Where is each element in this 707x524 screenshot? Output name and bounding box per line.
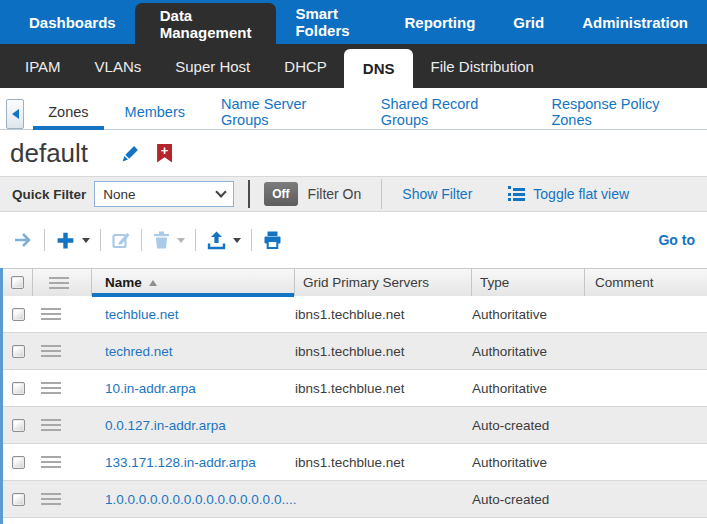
delete-dropdown-caret[interactable] — [177, 238, 185, 243]
zone-link[interactable]: 0.0.127.in-addr.arpa — [105, 418, 226, 433]
plus-icon — [55, 230, 76, 251]
nav-smart-folders[interactable]: Smart Folders — [276, 0, 385, 44]
table-header: Name Grid Primary Servers Type Comment — [3, 268, 707, 296]
row-checkbox[interactable] — [12, 493, 25, 506]
add-bookmark-icon[interactable] — [157, 144, 172, 163]
row-checkbox[interactable] — [12, 456, 25, 469]
hamburger-icon[interactable] — [41, 345, 61, 357]
add-button[interactable] — [55, 230, 76, 251]
subnav-dhcp[interactable]: DHCP — [267, 44, 344, 88]
nav-dashboards[interactable]: Dashboards — [10, 0, 135, 44]
column-header-gps-label: Grid Primary Servers — [303, 275, 429, 290]
primary-nav: Dashboards Data Management Smart Folders… — [0, 0, 707, 44]
table-row[interactable]: techred.net ibns1.techblue.net Authorita… — [3, 333, 707, 370]
column-header-type[interactable]: Type — [472, 269, 585, 296]
tab-response-policy-zones-label: Response Policy Zones — [551, 96, 689, 128]
tab-members[interactable]: Members — [107, 95, 203, 129]
arrow-right-icon — [12, 230, 34, 250]
table-row[interactable]: 133.171.128.in-addr.arpa ibns1.techblue.… — [3, 444, 707, 481]
row-menu-cell — [33, 296, 92, 332]
nav-data-management[interactable]: Data Management — [135, 3, 277, 44]
grid-primary-servers-cell: ibns1.techblue.net — [295, 333, 472, 369]
tab-name-server-groups[interactable]: Name Server Groups — [203, 95, 363, 129]
table-row[interactable]: 10.in-addr.arpa ibns1.techblue.net Autho… — [3, 370, 707, 407]
toggle-flat-view-label: Toggle flat view — [533, 186, 629, 202]
export-dropdown-caret[interactable] — [233, 238, 241, 243]
infoblox-grid-manager-window: Dashboards Data Management Smart Folders… — [0, 0, 707, 524]
subnav-file-distribution[interactable]: File Distribution — [413, 44, 550, 88]
subnav-dns-label: DNS — [363, 60, 395, 77]
column-header-comment[interactable]: Comment — [585, 269, 707, 296]
comment-cell — [585, 333, 707, 369]
open-record-button[interactable] — [12, 230, 34, 250]
table-row[interactable]: 0.0.127.in-addr.arpa Auto-created — [3, 407, 707, 444]
subnav-super-host[interactable]: Super Host — [158, 44, 267, 88]
nav-grid[interactable]: Grid — [494, 0, 563, 44]
type-cell: Auto-created — [472, 407, 585, 443]
title-row: default — [0, 130, 707, 176]
column-header-comment-label: Comment — [595, 275, 654, 290]
nav-reporting[interactable]: Reporting — [385, 0, 494, 44]
type-cell: Auto-created — [472, 481, 585, 517]
row-checkbox[interactable] — [12, 308, 25, 321]
tab-members-label: Members — [125, 104, 185, 120]
goto-link[interactable]: Go to — [658, 232, 695, 248]
hamburger-icon[interactable] — [41, 308, 61, 320]
grid-primary-servers-cell: ibns1.techblue.net — [295, 296, 472, 332]
comment-cell — [585, 296, 707, 332]
column-header-grid-primary-servers[interactable]: Grid Primary Servers — [295, 269, 472, 296]
hamburger-icon[interactable] — [41, 382, 61, 394]
nav-data-management-label: Data Management — [160, 7, 252, 41]
nav-administration[interactable]: Administration — [563, 0, 707, 44]
row-checkbox[interactable] — [12, 345, 25, 358]
divider — [100, 229, 101, 251]
subnav-file-distribution-label: File Distribution — [430, 58, 533, 75]
tab-scroll-left-button[interactable] — [6, 99, 24, 129]
divider — [195, 229, 196, 251]
tab-shared-record-groups[interactable]: Shared Record Groups — [363, 95, 534, 129]
row-checkbox[interactable] — [12, 419, 25, 432]
column-header-type-label: Type — [480, 275, 509, 290]
tab-zones[interactable]: Zones — [30, 95, 106, 129]
table-row[interactable]: techblue.net ibns1.techblue.net Authorit… — [3, 296, 707, 333]
nav-grid-label: Grid — [513, 14, 544, 31]
tab-name-server-groups-label: Name Server Groups — [221, 96, 345, 128]
show-filter-link[interactable]: Show Filter — [402, 186, 472, 202]
hamburger-icon[interactable] — [41, 419, 61, 431]
select-all-checkbox[interactable] — [11, 276, 24, 289]
table-row[interactable]: 1.0.0.0.0.0.0.0.0.0.0.0.0.0.0.0.... Auto… — [3, 481, 707, 518]
grid-primary-servers-cell: ibns1.techblue.net — [295, 444, 472, 480]
subnav-vlans[interactable]: VLANs — [78, 44, 159, 88]
filter-on-toggle[interactable]: Off — [264, 182, 297, 206]
column-header-name[interactable]: Name — [92, 269, 295, 296]
tab-response-policy-zones[interactable]: Response Policy Zones — [533, 95, 707, 129]
zone-link[interactable]: techred.net — [105, 344, 173, 359]
hamburger-icon[interactable] — [41, 456, 61, 468]
subnav-ipam-label: IPAM — [25, 58, 61, 75]
comment-cell — [585, 370, 707, 406]
export-button[interactable] — [206, 230, 227, 250]
subnav-ipam[interactable]: IPAM — [8, 44, 78, 88]
zone-link[interactable]: 1.0.0.0.0.0.0.0.0.0.0.0.0.0.0.0.... — [105, 492, 296, 507]
quick-filter-select[interactable]: None — [94, 181, 234, 207]
zone-link[interactable]: 10.in-addr.arpa — [105, 381, 196, 396]
zone-link[interactable]: techblue.net — [105, 307, 179, 322]
row-menu-header-cell — [33, 269, 92, 296]
hamburger-icon[interactable] — [49, 277, 69, 289]
zone-link[interactable]: 133.171.128.in-addr.arpa — [105, 455, 256, 470]
delete-button[interactable] — [152, 230, 171, 250]
edit-title-button[interactable] — [121, 144, 140, 163]
zone-name-cell: techred.net — [92, 333, 295, 369]
select-all-checkbox-cell — [3, 269, 33, 296]
row-checkbox[interactable] — [12, 382, 25, 395]
toggle-flat-view-link[interactable]: Toggle flat view — [508, 186, 629, 202]
page-title: default — [10, 138, 88, 169]
add-dropdown-caret[interactable] — [82, 238, 90, 243]
hamburger-icon[interactable] — [41, 493, 61, 505]
print-button[interactable] — [262, 230, 283, 250]
quick-filter-label: Quick Filter — [12, 187, 86, 202]
nav-administration-label: Administration — [582, 14, 688, 31]
subnav-dns[interactable]: DNS — [344, 49, 414, 88]
edit-button[interactable] — [111, 230, 131, 250]
row-checkbox-cell — [3, 481, 33, 517]
